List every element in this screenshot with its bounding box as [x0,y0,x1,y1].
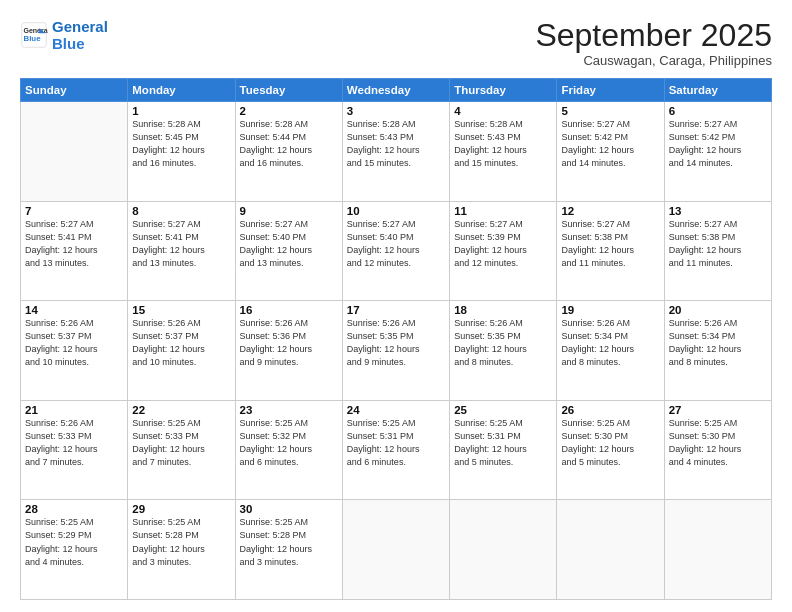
day-info: Sunrise: 5:25 AM Sunset: 5:28 PM Dayligh… [240,516,338,568]
day-number: 26 [561,404,659,416]
table-cell: 22Sunrise: 5:25 AM Sunset: 5:33 PM Dayli… [128,400,235,500]
table-cell: 9Sunrise: 5:27 AM Sunset: 5:40 PM Daylig… [235,201,342,301]
table-cell: 2Sunrise: 5:28 AM Sunset: 5:44 PM Daylig… [235,102,342,202]
day-info: Sunrise: 5:27 AM Sunset: 5:39 PM Dayligh… [454,218,552,270]
table-cell: 3Sunrise: 5:28 AM Sunset: 5:43 PM Daylig… [342,102,449,202]
day-info: Sunrise: 5:28 AM Sunset: 5:44 PM Dayligh… [240,118,338,170]
table-cell: 24Sunrise: 5:25 AM Sunset: 5:31 PM Dayli… [342,400,449,500]
table-cell: 11Sunrise: 5:27 AM Sunset: 5:39 PM Dayli… [450,201,557,301]
day-number: 7 [25,205,123,217]
day-info: Sunrise: 5:26 AM Sunset: 5:37 PM Dayligh… [25,317,123,369]
day-info: Sunrise: 5:26 AM Sunset: 5:34 PM Dayligh… [669,317,767,369]
col-wednesday: Wednesday [342,79,449,102]
table-cell [21,102,128,202]
table-cell: 4Sunrise: 5:28 AM Sunset: 5:43 PM Daylig… [450,102,557,202]
day-info: Sunrise: 5:25 AM Sunset: 5:31 PM Dayligh… [347,417,445,469]
col-friday: Friday [557,79,664,102]
day-info: Sunrise: 5:25 AM Sunset: 5:30 PM Dayligh… [669,417,767,469]
table-cell: 6Sunrise: 5:27 AM Sunset: 5:42 PM Daylig… [664,102,771,202]
day-number: 29 [132,503,230,515]
table-cell [342,500,449,600]
col-monday: Monday [128,79,235,102]
day-info: Sunrise: 5:27 AM Sunset: 5:40 PM Dayligh… [347,218,445,270]
day-info: Sunrise: 5:26 AM Sunset: 5:37 PM Dayligh… [132,317,230,369]
day-info: Sunrise: 5:26 AM Sunset: 5:35 PM Dayligh… [347,317,445,369]
logo-line2: Blue [52,35,85,52]
day-number: 15 [132,304,230,316]
day-number: 1 [132,105,230,117]
day-info: Sunrise: 5:27 AM Sunset: 5:40 PM Dayligh… [240,218,338,270]
calendar-week-row: 1Sunrise: 5:28 AM Sunset: 5:45 PM Daylig… [21,102,772,202]
table-cell: 1Sunrise: 5:28 AM Sunset: 5:45 PM Daylig… [128,102,235,202]
day-number: 2 [240,105,338,117]
table-cell: 23Sunrise: 5:25 AM Sunset: 5:32 PM Dayli… [235,400,342,500]
calendar-week-row: 28Sunrise: 5:25 AM Sunset: 5:29 PM Dayli… [21,500,772,600]
table-cell: 30Sunrise: 5:25 AM Sunset: 5:28 PM Dayli… [235,500,342,600]
calendar-week-row: 14Sunrise: 5:26 AM Sunset: 5:37 PM Dayli… [21,301,772,401]
calendar-header-row: Sunday Monday Tuesday Wednesday Thursday… [21,79,772,102]
table-cell: 27Sunrise: 5:25 AM Sunset: 5:30 PM Dayli… [664,400,771,500]
day-number: 23 [240,404,338,416]
day-info: Sunrise: 5:25 AM Sunset: 5:31 PM Dayligh… [454,417,552,469]
table-cell: 28Sunrise: 5:25 AM Sunset: 5:29 PM Dayli… [21,500,128,600]
day-number: 24 [347,404,445,416]
table-cell: 12Sunrise: 5:27 AM Sunset: 5:38 PM Dayli… [557,201,664,301]
table-cell: 7Sunrise: 5:27 AM Sunset: 5:41 PM Daylig… [21,201,128,301]
table-cell: 19Sunrise: 5:26 AM Sunset: 5:34 PM Dayli… [557,301,664,401]
day-info: Sunrise: 5:26 AM Sunset: 5:35 PM Dayligh… [454,317,552,369]
svg-text:Blue: Blue [24,34,42,43]
table-cell [557,500,664,600]
day-info: Sunrise: 5:27 AM Sunset: 5:38 PM Dayligh… [669,218,767,270]
table-cell: 8Sunrise: 5:27 AM Sunset: 5:41 PM Daylig… [128,201,235,301]
day-number: 5 [561,105,659,117]
table-cell: 5Sunrise: 5:27 AM Sunset: 5:42 PM Daylig… [557,102,664,202]
col-thursday: Thursday [450,79,557,102]
day-info: Sunrise: 5:27 AM Sunset: 5:42 PM Dayligh… [669,118,767,170]
logo-icon: General Blue [20,21,48,49]
day-number: 8 [132,205,230,217]
day-number: 4 [454,105,552,117]
day-number: 16 [240,304,338,316]
table-cell: 15Sunrise: 5:26 AM Sunset: 5:37 PM Dayli… [128,301,235,401]
month-title: September 2025 [535,18,772,53]
day-number: 18 [454,304,552,316]
calendar-table: Sunday Monday Tuesday Wednesday Thursday… [20,78,772,600]
day-number: 6 [669,105,767,117]
page: General Blue General Blue September 2025… [0,0,792,612]
calendar-week-row: 21Sunrise: 5:26 AM Sunset: 5:33 PM Dayli… [21,400,772,500]
table-cell: 20Sunrise: 5:26 AM Sunset: 5:34 PM Dayli… [664,301,771,401]
day-number: 11 [454,205,552,217]
table-cell: 14Sunrise: 5:26 AM Sunset: 5:37 PM Dayli… [21,301,128,401]
day-number: 20 [669,304,767,316]
day-number: 19 [561,304,659,316]
day-number: 9 [240,205,338,217]
col-sunday: Sunday [21,79,128,102]
col-saturday: Saturday [664,79,771,102]
day-number: 14 [25,304,123,316]
day-info: Sunrise: 5:25 AM Sunset: 5:30 PM Dayligh… [561,417,659,469]
table-cell [664,500,771,600]
day-info: Sunrise: 5:27 AM Sunset: 5:41 PM Dayligh… [132,218,230,270]
col-tuesday: Tuesday [235,79,342,102]
day-info: Sunrise: 5:26 AM Sunset: 5:33 PM Dayligh… [25,417,123,469]
day-info: Sunrise: 5:25 AM Sunset: 5:32 PM Dayligh… [240,417,338,469]
logo-text: General Blue [52,18,108,53]
day-number: 28 [25,503,123,515]
table-cell: 16Sunrise: 5:26 AM Sunset: 5:36 PM Dayli… [235,301,342,401]
table-cell: 10Sunrise: 5:27 AM Sunset: 5:40 PM Dayli… [342,201,449,301]
title-block: September 2025 Causwagan, Caraga, Philip… [535,18,772,68]
table-cell: 13Sunrise: 5:27 AM Sunset: 5:38 PM Dayli… [664,201,771,301]
day-number: 12 [561,205,659,217]
logo: General Blue General Blue [20,18,108,53]
table-cell: 17Sunrise: 5:26 AM Sunset: 5:35 PM Dayli… [342,301,449,401]
day-info: Sunrise: 5:26 AM Sunset: 5:36 PM Dayligh… [240,317,338,369]
day-number: 10 [347,205,445,217]
day-info: Sunrise: 5:25 AM Sunset: 5:29 PM Dayligh… [25,516,123,568]
location-subtitle: Causwagan, Caraga, Philippines [535,53,772,68]
day-number: 17 [347,304,445,316]
calendar-week-row: 7Sunrise: 5:27 AM Sunset: 5:41 PM Daylig… [21,201,772,301]
day-info: Sunrise: 5:27 AM Sunset: 5:42 PM Dayligh… [561,118,659,170]
table-cell: 29Sunrise: 5:25 AM Sunset: 5:28 PM Dayli… [128,500,235,600]
day-info: Sunrise: 5:25 AM Sunset: 5:33 PM Dayligh… [132,417,230,469]
table-cell: 18Sunrise: 5:26 AM Sunset: 5:35 PM Dayli… [450,301,557,401]
